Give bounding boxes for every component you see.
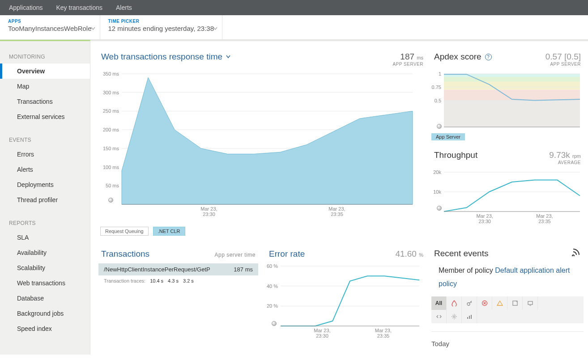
throughput-chart[interactable]: 10k20kMar 23,23:30Mar 23,23:35 bbox=[431, 169, 584, 228]
sidebar-item-availability[interactable]: Availability bbox=[0, 245, 90, 260]
breadcrumb-app-value: TooManyInstancesWebRole bbox=[8, 25, 92, 32]
response-time-metric: 187 ms APP SERVER bbox=[392, 52, 423, 67]
svg-rect-30 bbox=[444, 101, 580, 127]
error-rate-metric: 41.60 % bbox=[395, 249, 423, 259]
svg-text:300 ms: 300 ms bbox=[103, 90, 119, 95]
sidebar-item-external-services[interactable]: External services bbox=[0, 109, 90, 124]
filter-bars-icon[interactable] bbox=[462, 310, 477, 323]
svg-text:200 ms: 200 ms bbox=[103, 127, 119, 132]
transaction-traces: Transaction traces: 10.4 s 4.3 s 3.2 s bbox=[98, 275, 258, 286]
throughput-metric: 9.73k rpm AVERAGE bbox=[549, 150, 581, 165]
sidebar-item-scalability[interactable]: Scalability bbox=[0, 260, 90, 275]
sidebar-head: EVENTS bbox=[0, 124, 90, 147]
sidebar-head: REPORTS bbox=[0, 207, 90, 230]
filter-code-icon[interactable] bbox=[431, 310, 447, 323]
svg-text:Mar 23,23:35: Mar 23,23:35 bbox=[536, 213, 553, 224]
events-today-header: Today bbox=[431, 331, 584, 350]
filter-screen-icon[interactable] bbox=[523, 296, 538, 310]
throughput-title: Throughput bbox=[434, 150, 477, 160]
help-icon[interactable]: ? bbox=[485, 54, 492, 60]
svg-point-49 bbox=[453, 316, 455, 317]
breadcrumb-app[interactable]: APPS TooManyInstancesWebRole bbox=[0, 15, 100, 39]
svg-rect-27 bbox=[444, 77, 580, 82]
chart-handle-icon[interactable] bbox=[437, 124, 442, 129]
svg-text:350 ms: 350 ms bbox=[103, 71, 119, 76]
filter-warning-icon[interactable] bbox=[492, 296, 507, 310]
apdex-chart[interactable]: 0.50.751 bbox=[431, 71, 584, 131]
sidebar-item-speed-index[interactable]: Speed index bbox=[0, 321, 90, 336]
apdex-title: Apdex score ? bbox=[434, 52, 492, 62]
trace-link[interactable]: 10.4 s bbox=[150, 278, 163, 284]
svg-text:50 ms: 50 ms bbox=[106, 183, 119, 188]
filter-gear-icon[interactable] bbox=[447, 310, 462, 323]
response-time-title[interactable]: Web transactions response time bbox=[101, 52, 230, 62]
sidebar-item-map[interactable]: Map bbox=[0, 79, 90, 94]
svg-text:1: 1 bbox=[439, 71, 441, 76]
trace-link[interactable]: 3.2 s bbox=[183, 278, 194, 284]
sidebar-item-background-jobs[interactable]: Background jobs bbox=[0, 306, 90, 321]
legend-request-queuing[interactable]: Request Queuing bbox=[100, 227, 149, 236]
sidebar-item-transactions[interactable]: Transactions bbox=[0, 94, 90, 109]
transactions-title: Transactions bbox=[101, 249, 149, 259]
svg-text:150 ms: 150 ms bbox=[103, 146, 119, 151]
legend-net-clr[interactable]: .NET CLR bbox=[153, 227, 185, 236]
rss-icon[interactable] bbox=[572, 247, 581, 256]
svg-text:0.75: 0.75 bbox=[432, 85, 441, 90]
svg-text:20 %: 20 % bbox=[267, 303, 278, 309]
breadcrumb-time-label: TIME PICKER bbox=[108, 19, 214, 24]
svg-text:Mar 23,23:35: Mar 23,23:35 bbox=[375, 328, 392, 339]
sidebar: MONITORINGOverviewMapTransactionsExterna… bbox=[0, 40, 90, 355]
svg-text:0.5: 0.5 bbox=[435, 98, 441, 103]
error-rate-chart[interactable]: 20 %40 %60 %Mar 23,23:30Mar 23,23:35 bbox=[266, 263, 426, 344]
policy-text: Member of policy Default application ale… bbox=[439, 264, 584, 291]
svg-text:Mar 23,23:30: Mar 23,23:30 bbox=[200, 206, 217, 217]
breadcrumb-time-value: 12 minutes ending yesterday, 23:38 bbox=[108, 25, 214, 32]
sidebar-item-alerts[interactable]: Alerts bbox=[0, 162, 90, 177]
nav-key-transactions[interactable]: Key transactions bbox=[56, 4, 103, 11]
apdex-metric: 0.57 [0.5] APP SERVER bbox=[545, 52, 581, 67]
transaction-row[interactable]: /NewHttpClientInstancePerRequest/GetP 18… bbox=[98, 263, 258, 275]
breadcrumb-time[interactable]: TIME PICKER 12 minutes ending yesterday,… bbox=[100, 15, 223, 39]
svg-text:Mar 23,23:30: Mar 23,23:30 bbox=[314, 328, 330, 339]
sidebar-item-web-transactions[interactable]: Web transactions bbox=[0, 275, 90, 291]
sidebar-item-overview[interactable]: Overview bbox=[0, 63, 90, 79]
recent-events-title: Recent events bbox=[434, 249, 488, 258]
top-nav: Applications Key transactions Alerts bbox=[0, 0, 588, 15]
transactions-sub: App server time bbox=[214, 252, 256, 258]
nav-alerts[interactable]: Alerts bbox=[116, 4, 132, 11]
filter-all[interactable]: All bbox=[431, 296, 447, 310]
error-rate-title: Error rate bbox=[269, 249, 305, 259]
svg-rect-48 bbox=[528, 301, 533, 305]
chart-handle-icon[interactable] bbox=[108, 198, 113, 203]
sidebar-item-sla[interactable]: SLA bbox=[0, 230, 90, 245]
svg-text:60 %: 60 % bbox=[267, 263, 278, 269]
apdex-legend-band[interactable]: App Server bbox=[431, 133, 465, 140]
svg-text:10k: 10k bbox=[433, 189, 441, 195]
svg-rect-28 bbox=[444, 82, 580, 90]
svg-text:40 %: 40 % bbox=[267, 284, 278, 289]
chevron-down-icon bbox=[226, 55, 230, 59]
filter-key-icon[interactable] bbox=[462, 296, 477, 310]
filter-error-icon[interactable] bbox=[477, 296, 492, 310]
breadcrumb-app-label: APPS bbox=[8, 19, 92, 24]
svg-text:Mar 23,23:30: Mar 23,23:30 bbox=[477, 213, 493, 224]
svg-text:250 ms: 250 ms bbox=[103, 108, 119, 114]
nav-applications[interactable]: Applications bbox=[9, 4, 43, 11]
sidebar-item-database[interactable]: Database bbox=[0, 291, 90, 306]
sidebar-item-errors[interactable]: Errors bbox=[0, 147, 90, 162]
chevron-down-icon bbox=[91, 26, 95, 31]
sidebar-head: MONITORING bbox=[0, 41, 90, 63]
event-filters: All bbox=[431, 296, 584, 323]
svg-text:20k: 20k bbox=[433, 169, 441, 175]
filter-note-icon[interactable] bbox=[507, 296, 523, 310]
sidebar-item-deployments[interactable]: Deployments bbox=[0, 177, 90, 192]
response-time-chart[interactable]: 50 ms100 ms150 ms200 ms250 ms300 ms350 m… bbox=[98, 71, 426, 222]
trace-link[interactable]: 4.3 s bbox=[168, 278, 179, 284]
chevron-down-icon bbox=[213, 26, 217, 31]
chart-handle-icon[interactable] bbox=[272, 321, 277, 326]
sidebar-item-thread-profiler[interactable]: Thread profiler bbox=[0, 192, 90, 207]
svg-text:100 ms: 100 ms bbox=[103, 165, 119, 170]
svg-text:Mar 23,23:35: Mar 23,23:35 bbox=[328, 206, 345, 217]
chart-handle-icon[interactable] bbox=[437, 206, 442, 211]
filter-critical-icon[interactable] bbox=[447, 296, 462, 310]
